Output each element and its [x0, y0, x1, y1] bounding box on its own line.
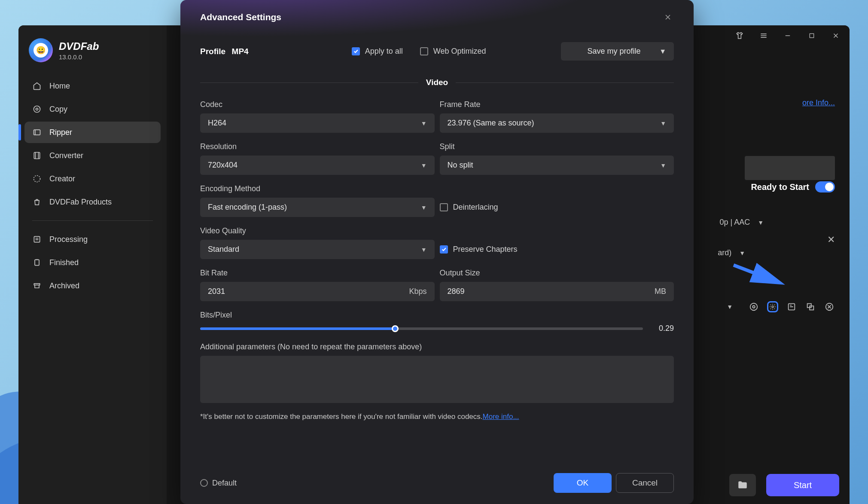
- sidebar-item-label: Finished: [49, 258, 79, 267]
- sidebar-item-label: Converter: [49, 151, 83, 160]
- more-info-link[interactable]: More info...: [483, 412, 519, 421]
- modal-close-icon[interactable]: [662, 11, 674, 23]
- ready-toggle[interactable]: [815, 181, 835, 192]
- bpp-slider-thumb[interactable]: [392, 325, 399, 332]
- disc-icon: [32, 104, 42, 114]
- framerate-select[interactable]: 23.976 (Same as source) ▼: [440, 113, 674, 133]
- video-quality-select[interactable]: Standard ▼: [200, 240, 435, 259]
- svg-point-11: [772, 306, 774, 308]
- sidebar-item-creator[interactable]: Creator: [24, 168, 161, 189]
- apply-to-all-checkbox[interactable]: Apply to all: [352, 47, 403, 56]
- chevron-down-icon: ▼: [421, 246, 427, 253]
- ok-button[interactable]: OK: [554, 473, 612, 493]
- shirt-icon[interactable]: [734, 30, 746, 42]
- item-action-row: ▼: [722, 301, 835, 312]
- profile-row: Profile MP4 Apply to all Web Optimized S…: [200, 42, 674, 61]
- save-profile-dropdown[interactable]: Save my profile ▼: [561, 42, 674, 61]
- svg-rect-7: [34, 284, 40, 285]
- split-field: Split No split ▼: [440, 142, 674, 175]
- bpp-slider[interactable]: [200, 327, 643, 330]
- creator-icon: [32, 174, 42, 183]
- output-size-field: Output Size MB: [440, 269, 674, 301]
- video-quality-value: Standard: [208, 245, 421, 254]
- edit-icon[interactable]: [786, 301, 797, 312]
- ready-row: Ready to Start: [751, 181, 835, 192]
- sidebar-item-ripper[interactable]: Ripper: [24, 122, 161, 143]
- preview-icon[interactable]: [748, 301, 759, 312]
- preserve-chapters-checkbox[interactable]: Preserve Chapters: [440, 245, 518, 254]
- checkbox-icon: [420, 47, 428, 55]
- bitrate-input[interactable]: [208, 287, 405, 296]
- format-suffix-2: ard): [718, 248, 731, 257]
- deinterlacing-checkbox[interactable]: Deinterlacing: [440, 203, 498, 212]
- split-select[interactable]: No split ▼: [440, 156, 674, 175]
- preserve-chapters-label: Preserve Chapters: [453, 245, 518, 254]
- bitrate-input-wrap[interactable]: Kbps: [200, 282, 435, 301]
- sidebar-item-copy[interactable]: Copy: [24, 98, 161, 120]
- checkbox-icon: [440, 245, 448, 254]
- cancel-label: Cancel: [632, 478, 658, 488]
- additional-params-label: Additional parameters (No need to repeat…: [200, 342, 674, 351]
- crop-icon[interactable]: [805, 301, 816, 312]
- save-profile-label: Save my profile: [569, 47, 659, 56]
- additional-params-input[interactable]: [200, 356, 674, 403]
- chevron-down-icon: ▼: [421, 204, 427, 211]
- sidebar-item-label: Copy: [49, 105, 67, 114]
- hint-text: *It's better not to customize the parame…: [200, 412, 483, 421]
- main-toolbar-fragment: [745, 156, 835, 180]
- chevron-down-icon[interactable]: ▼: [727, 303, 733, 310]
- advanced-settings-icon[interactable]: [767, 301, 778, 312]
- video-quality-field: Video Quality Standard ▼: [200, 226, 435, 259]
- sidebar-item-products[interactable]: DVDFab Products: [24, 191, 161, 213]
- sidebar-item-label: Creator: [49, 174, 75, 183]
- chevron-down-icon: ▼: [660, 162, 666, 169]
- web-optimized-checkbox[interactable]: Web Optimized: [420, 47, 486, 56]
- bpp-slider-row: 0.29: [200, 324, 674, 333]
- cancel-button[interactable]: Cancel: [616, 473, 674, 493]
- output-folder-button[interactable]: [729, 474, 756, 496]
- clipboard-icon: [32, 258, 42, 267]
- codec-label: Codec: [200, 100, 435, 109]
- sidebar-item-archived[interactable]: Archived: [24, 275, 161, 296]
- bpp-label: Bits/Pixel: [200, 311, 674, 320]
- svg-line-16: [734, 265, 779, 282]
- start-button[interactable]: Start: [766, 474, 839, 496]
- nav-separator: [32, 220, 153, 221]
- resolution-label: Resolution: [200, 142, 435, 151]
- row-close-icon[interactable]: ✕: [827, 234, 835, 245]
- chevron-down-icon: ▼: [421, 120, 427, 127]
- sidebar-item-label: Home: [49, 82, 70, 91]
- encoding-select[interactable]: Fast encoding (1-pass) ▼: [200, 198, 435, 217]
- output-size-input-wrap[interactable]: MB: [440, 282, 674, 301]
- framerate-field: Frame Rate 23.976 (Same as source) ▼: [440, 100, 674, 133]
- codec-field: Codec H264 ▼: [200, 100, 435, 133]
- minimize-icon[interactable]: [782, 30, 794, 42]
- output-size-input[interactable]: [448, 287, 651, 296]
- codec-select[interactable]: H264 ▼: [200, 113, 435, 133]
- modal-header: Advanced Settings: [180, 0, 694, 23]
- sidebar-item-converter[interactable]: Converter: [24, 145, 161, 166]
- web-optimized-label: Web Optimized: [433, 47, 486, 56]
- more-info-link[interactable]: ore Info...: [802, 98, 835, 107]
- format-row-1[interactable]: 0p | AAC ▼: [719, 218, 764, 227]
- chevron-down-icon: ▼: [758, 219, 764, 226]
- split-value: No split: [448, 161, 661, 170]
- svg-point-9: [750, 303, 758, 311]
- section-video-label: Video: [426, 78, 448, 87]
- video-settings-grid: Codec H264 ▼ Frame Rate 23.976 (Same as …: [200, 100, 674, 421]
- modal-scroll[interactable]: Profile MP4 Apply to all Web Optimized S…: [180, 23, 694, 462]
- resolution-select[interactable]: 720x404 ▼: [200, 156, 435, 175]
- close-icon[interactable]: [830, 30, 842, 42]
- sidebar-item-home[interactable]: Home: [24, 75, 161, 97]
- maximize-icon[interactable]: [806, 30, 818, 42]
- video-quality-label: Video Quality: [200, 226, 435, 235]
- sidebar-item-processing[interactable]: Processing: [24, 229, 161, 250]
- sidebar-item-finished[interactable]: Finished: [24, 252, 161, 273]
- format-row-2[interactable]: ard) ▼: [718, 248, 745, 257]
- delete-icon[interactable]: [824, 301, 835, 312]
- svg-point-0: [34, 106, 40, 113]
- encoding-field: Encoding Method Fast encoding (1-pass) ▼: [200, 184, 435, 217]
- bitrate-field: Bit Rate Kbps: [200, 269, 435, 301]
- menu-icon[interactable]: [758, 30, 770, 42]
- default-radio[interactable]: Default: [200, 479, 237, 488]
